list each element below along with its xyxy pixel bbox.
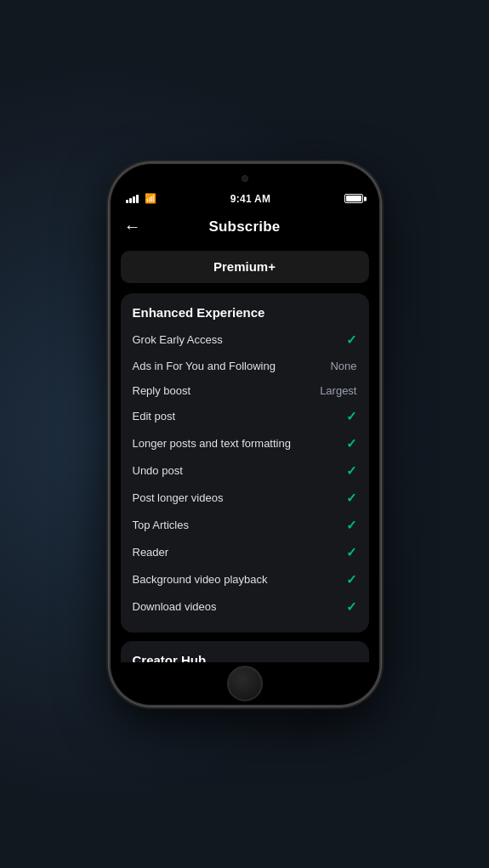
feature-label-reply: Reply boost bbox=[133, 384, 191, 397]
nav-bar: ← Subscribe bbox=[111, 208, 379, 246]
status-bar: 📶 9:41 AM bbox=[111, 190, 379, 208]
enhanced-section-title: Enhanced Experience bbox=[121, 305, 369, 326]
check-icon-edit: ✓ bbox=[346, 409, 357, 424]
battery-fill bbox=[346, 196, 361, 201]
feature-label-undo: Undo post bbox=[133, 464, 183, 477]
premium-tab-label: Premium+ bbox=[213, 259, 276, 274]
phone-top-bar bbox=[111, 164, 379, 190]
feature-label-edit: Edit post bbox=[133, 410, 176, 423]
phone-frame: 📶 9:41 AM ← Subscribe Premium+ bbox=[109, 162, 381, 706]
check-icon-toparticles: ✓ bbox=[346, 518, 357, 533]
feature-row-download: Download videos ✓ bbox=[121, 593, 369, 621]
check-icon-longer: ✓ bbox=[346, 436, 357, 451]
feature-row-edit: Edit post ✓ bbox=[121, 403, 369, 430]
feature-label-longvid: Post longer videos bbox=[133, 491, 224, 504]
check-icon-reader: ✓ bbox=[346, 545, 357, 560]
feature-row-reply: Reply boost Largest bbox=[121, 378, 369, 403]
feature-row-reader: Reader ✓ bbox=[121, 539, 369, 566]
premium-tab[interactable]: Premium+ bbox=[121, 251, 369, 283]
creator-section-title: Creator Hub bbox=[121, 653, 369, 662]
feature-label-ads: Ads in For You and Following bbox=[133, 360, 276, 372]
status-right bbox=[344, 194, 363, 203]
feature-row-grok: Grok Early Access ✓ bbox=[121, 326, 369, 354]
feature-row-toparticles: Top Articles ✓ bbox=[121, 512, 369, 539]
check-icon-download: ✓ bbox=[346, 599, 357, 615]
feature-value-reply: Largest bbox=[320, 384, 356, 397]
check-icon-undo: ✓ bbox=[346, 463, 357, 479]
home-button[interactable] bbox=[227, 666, 263, 701]
enhanced-section-card: Enhanced Experience Grok Early Access ✓ … bbox=[121, 293, 369, 633]
feature-row-ads: Ads in For You and Following None bbox=[121, 354, 369, 378]
screen[interactable]: ← Subscribe Premium+ Enhanced Experience… bbox=[111, 208, 379, 662]
battery-icon bbox=[344, 194, 363, 203]
feature-label-bgvideo: Background video playback bbox=[133, 573, 268, 586]
phone-outer: 📶 9:41 AM ← Subscribe Premium+ bbox=[109, 162, 381, 706]
feature-row-undo: Undo post ✓ bbox=[121, 457, 369, 485]
signal-bars-icon bbox=[126, 195, 139, 203]
feature-row-bgvideo: Background video playback ✓ bbox=[121, 566, 369, 593]
check-icon-grok: ✓ bbox=[346, 332, 357, 348]
feature-label-grok: Grok Early Access bbox=[133, 333, 223, 346]
wifi-icon: 📶 bbox=[145, 193, 156, 204]
check-icon-bgvideo: ✓ bbox=[346, 572, 357, 587]
nav-title: Subscribe bbox=[209, 218, 281, 235]
feature-label-download: Download videos bbox=[133, 600, 217, 613]
feature-row-longvid: Post longer videos ✓ bbox=[121, 485, 369, 512]
phone-bottom bbox=[111, 662, 379, 705]
content-area: Enhanced Experience Grok Early Access ✓ … bbox=[111, 290, 379, 662]
feature-row-longer: Longer posts and text formatting ✓ bbox=[121, 430, 369, 457]
feature-value-ads: None bbox=[330, 360, 356, 372]
feature-label-reader: Reader bbox=[133, 546, 169, 559]
tab-container: Premium+ bbox=[111, 246, 379, 290]
creator-section-card: Creator Hub Get paid to post ✓ Creator S… bbox=[121, 641, 369, 662]
status-left: 📶 bbox=[126, 193, 156, 204]
feature-label-toparticles: Top Articles bbox=[133, 519, 189, 531]
check-icon-longvid: ✓ bbox=[346, 491, 357, 506]
camera-dot bbox=[242, 175, 248, 182]
status-time: 9:41 AM bbox=[230, 193, 271, 205]
back-button[interactable]: ← bbox=[124, 217, 141, 236]
feature-label-longer: Longer posts and text formatting bbox=[133, 437, 291, 450]
